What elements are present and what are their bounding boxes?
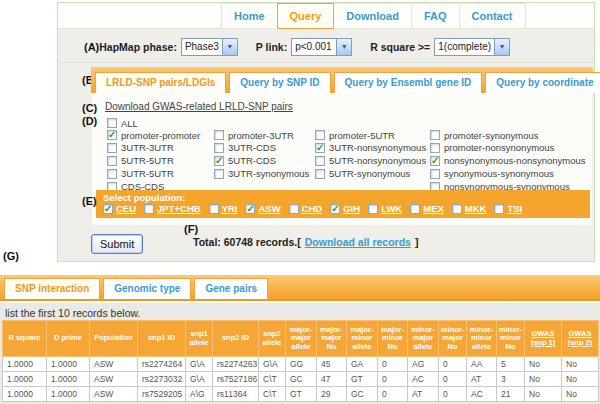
genomic-checkbox-3utr-3utr[interactable]: [107, 143, 117, 153]
table-cell: 0: [439, 372, 467, 387]
grid-cell: CDS-CDS: [107, 178, 214, 191]
query-tab-lrld-snp-pairs-ldgis[interactable]: LRLD-SNP pairs/LDGIs: [95, 72, 226, 93]
query-tab-query-by-snp-id[interactable]: Query by SNP ID: [229, 72, 330, 93]
genomic-checkbox-5utr-5utr[interactable]: [107, 156, 117, 166]
population-checkbox-mkk[interactable]: [452, 204, 462, 214]
population-label-ceu[interactable]: CEU: [116, 203, 136, 214]
genomic-checkbox-5utr-nonsynonymous[interactable]: [315, 156, 325, 166]
genomic-checkbox-synonymous-synonymous[interactable]: [430, 169, 440, 179]
population-label-mkk[interactable]: MKK: [465, 203, 487, 214]
table-cell: ASW: [90, 387, 138, 402]
population-label-yri[interactable]: YRI: [222, 203, 238, 214]
population-label-lwk[interactable]: LWK: [381, 203, 402, 214]
population-item-ceu: CEU: [103, 203, 136, 214]
population-label-asw[interactable]: ASW: [258, 203, 280, 214]
section-label-g: (G): [3, 250, 19, 262]
dropdown-arrow-icon[interactable]: ▾: [494, 39, 509, 55]
population-label-jpt-chb[interactable]: JPT+CHB: [157, 203, 201, 214]
genomic-checkbox-nonsynonymous-nonsynonymous[interactable]: [430, 156, 440, 166]
select-p-link[interactable]: p<0.001▾: [291, 38, 352, 56]
nav-tab-home[interactable]: Home: [221, 3, 278, 29]
population-checkbox-chd[interactable]: [289, 204, 299, 214]
table-row: 1.00001.0000ASWrs2273032G\Ars7527186C\TG…: [3, 372, 599, 387]
result-tab-snp-interaction[interactable]: SNP interaction: [4, 278, 100, 299]
col-header-snp1-id: snp1 ID: [138, 321, 186, 357]
col-header-major-major-allele: major-major allele: [286, 321, 317, 357]
population-checkbox-lwk[interactable]: [368, 204, 378, 214]
nav-tab-faq[interactable]: FAQ: [411, 3, 460, 29]
population-label-tsi[interactable]: TSI: [507, 203, 522, 214]
dropdown-arrow-icon[interactable]: ▾: [336, 39, 351, 55]
population-item-lwk: LWK: [368, 203, 402, 214]
genomic-checkbox-5utr-cds[interactable]: [214, 156, 224, 166]
population-checkbox-mex[interactable]: [410, 204, 420, 214]
table-cell: rs2274263: [213, 357, 259, 372]
col-header-gwas-snp-1[interactable]: GWAS (snp 1): [525, 321, 562, 357]
table-cell: A\G: [186, 387, 213, 402]
population-checkbox-ceu[interactable]: [103, 204, 113, 214]
population-checkbox-yri[interactable]: [209, 204, 219, 214]
genomic-checkbox-3utr-cds[interactable]: [214, 143, 224, 153]
col-header-gwas-snp-2[interactable]: GWAS (snp 2): [562, 321, 599, 357]
table-cell: C\T: [259, 387, 286, 402]
table-cell: No: [525, 372, 562, 387]
filter-row: (A) HapMap phase:Phase3▾P link:p<0.001▾R…: [84, 37, 512, 57]
genomic-checkbox-3utr-nonsynonymous[interactable]: [315, 143, 325, 153]
table-cell: 0: [378, 387, 408, 402]
population-checkbox-jpt-chb[interactable]: [144, 204, 154, 214]
genomic-checkbox-3utr-synonymous[interactable]: [214, 169, 224, 179]
population-checkbox-tsi[interactable]: [494, 204, 504, 214]
download-all-records-link[interactable]: Download all records: [305, 236, 411, 248]
col-header-minor-major-no: minor-major No: [439, 321, 467, 357]
select-hapmap-phase[interactable]: Phase3▾: [181, 38, 238, 56]
table-cell: G\A: [186, 357, 213, 372]
col-header-minor-minor-no: minor-minor No: [497, 321, 525, 357]
genomic-checkbox-promoter-nonsynonymous[interactable]: [430, 143, 440, 153]
section-label-f: (F): [184, 223, 198, 235]
table-cell: AG: [408, 357, 439, 372]
dropdown-arrow-icon[interactable]: ▾: [222, 39, 237, 55]
query-content-box: Download GWAS-related LRLD-SNP pairs ALL…: [91, 93, 593, 226]
grid-cell: nonsynonymous-nonsynonymous: [430, 152, 594, 165]
genomic-checkbox-5utr-synonymous[interactable]: [315, 169, 325, 179]
table-cell: No: [525, 387, 562, 402]
table-row: 1.00001.0000ASWrs7529205A\Grs11364C\TGT2…: [3, 387, 599, 402]
grid-cell: promoter-nonsynonymous: [430, 139, 594, 152]
field-label-hapmap-phase: HapMap phase:: [99, 41, 177, 53]
query-tab-query-by-ensembl-gene-id[interactable]: Query by Ensembl gene ID: [334, 72, 483, 93]
nav-tab-query[interactable]: Query: [277, 3, 335, 29]
table-cell: 0: [378, 357, 408, 372]
nav-tab-contact[interactable]: Contact: [459, 3, 526, 29]
query-type-tabbar: LRLD-SNP pairs/LDGIsQuery by SNP IDQuery…: [91, 67, 593, 93]
table-cell: 47: [317, 372, 347, 387]
result-tab-genomic-type[interactable]: Genomic type: [103, 278, 191, 299]
population-checkbox-gih[interactable]: [330, 204, 340, 214]
population-item-yri: YRI: [209, 203, 238, 214]
result-note: list the first 10 records below.: [5, 307, 140, 319]
genomic-checkbox-promoter-5utr[interactable]: [315, 130, 325, 140]
population-checkbox-row: CEUJPT+CHBYRIASWCHDGIHLWKMEXMKKTSI: [103, 203, 522, 214]
nav-tab-download[interactable]: Download: [333, 3, 412, 29]
population-label-gih[interactable]: GIH: [343, 203, 360, 214]
genomic-checkbox-promoter-3utr[interactable]: [214, 130, 224, 140]
population-label-mex[interactable]: MEX: [423, 203, 444, 214]
table-cell: 0: [439, 387, 467, 402]
filter-fields: HapMap phase:Phase3▾P link:p<0.001▾R squ…: [99, 38, 512, 56]
table-cell: rs11364: [213, 387, 259, 402]
query-tab-query-by-coordinate[interactable]: Query by coordinate: [485, 72, 600, 93]
table-cell: rs7527186: [213, 372, 259, 387]
submit-button[interactable]: Submit: [91, 234, 143, 254]
grid-cell: promoter-5UTR: [315, 126, 430, 139]
genomic-checkbox-promoter-synonymous[interactable]: [430, 130, 440, 140]
population-checkbox-asw[interactable]: [245, 204, 255, 214]
table-cell: C\T: [259, 372, 286, 387]
select-r-square[interactable]: 1(complete)▾: [434, 38, 510, 56]
genomic-checkbox-promoter-promoter[interactable]: [107, 130, 117, 140]
download-gwas-link[interactable]: Download GWAS-related LRLD-SNP pairs: [105, 101, 293, 112]
table-cell: AC: [467, 387, 497, 402]
genomic-checkbox-3utr-5utr[interactable]: [107, 169, 117, 179]
result-tab-gene-pairs[interactable]: Gene pairs: [194, 278, 268, 299]
select-value-r-square: 1(complete): [435, 39, 494, 55]
population-item-gih: GIH: [330, 203, 360, 214]
population-label-chd[interactable]: CHD: [302, 203, 323, 214]
